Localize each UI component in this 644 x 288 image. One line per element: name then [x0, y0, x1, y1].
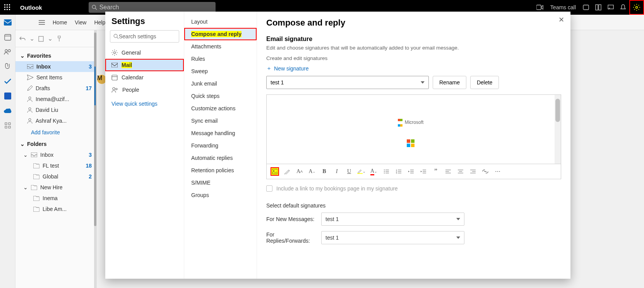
mail-opt-sweep[interactable]: Sweep — [184, 65, 257, 77]
app-launcher-icon[interactable] — [0, 0, 15, 15]
svg-point-46 — [384, 170, 385, 170]
bulleted-list-button[interactable] — [382, 167, 391, 176]
pen-icon[interactable] — [283, 167, 291, 176]
category-mail[interactable]: Mail — [105, 59, 184, 71]
bold-button[interactable]: B — [320, 167, 329, 176]
align-left-button[interactable] — [444, 167, 452, 176]
more-formatting-button[interactable]: ⋯ — [493, 167, 502, 176]
newhire-folder[interactable]: ⌄ New Hire — [15, 182, 96, 193]
rename-button[interactable]: Rename — [433, 76, 466, 89]
svg-rect-45 — [357, 173, 363, 174]
people-icon[interactable] — [3, 47, 12, 57]
search-placeholder: Search — [99, 4, 119, 11]
fltest-folder[interactable]: FL test 18 — [15, 160, 96, 171]
delete-button[interactable]: Delete — [470, 76, 499, 89]
category-people[interactable]: People — [105, 84, 184, 96]
hamburger-icon[interactable] — [39, 20, 45, 25]
mail-opt-smime[interactable]: S/MIME — [184, 177, 257, 189]
tips-icon[interactable] — [605, 0, 617, 15]
chevron-down-icon — [456, 218, 460, 220]
link-button[interactable] — [481, 167, 490, 176]
align-center-button[interactable] — [456, 167, 465, 176]
inema-folder[interactable]: Inema — [15, 193, 96, 204]
category-calendar[interactable]: Calendar — [105, 71, 184, 84]
app-name: Outlook — [15, 4, 48, 11]
mail-opt-junk[interactable]: Junk email — [184, 77, 257, 90]
close-button[interactable]: ✕ — [558, 15, 564, 24]
mail-opt-customize[interactable]: Customize actions — [184, 102, 257, 115]
checkbox[interactable] — [266, 185, 272, 192]
global-search[interactable]: Search — [89, 2, 216, 13]
undo-icon[interactable] — [19, 36, 26, 42]
settings-search[interactable]: Search settings — [110, 30, 179, 43]
mail-opt-layout[interactable]: Layout — [184, 15, 257, 28]
ribbon-tab-help[interactable]: Help — [94, 19, 105, 26]
mail-opt-quicksteps[interactable]: Quick steps — [184, 90, 257, 102]
inbox-folder[interactable]: ⌄ Inbox 3 — [15, 149, 96, 160]
mail-opt-retention[interactable]: Retention policies — [184, 164, 257, 177]
folders-header[interactable]: ⌄ Folders — [15, 139, 96, 149]
svg-text:3: 3 — [396, 172, 397, 174]
font-size-icon[interactable]: AA — [295, 167, 304, 176]
add-favorite-link[interactable]: Add favorite — [15, 126, 96, 139]
svg-rect-6 — [4, 9, 5, 10]
global-folder[interactable]: Global 2 — [15, 171, 96, 182]
signature-heading: Email signature — [266, 36, 561, 43]
mail-opt-msghandling[interactable]: Message handling — [184, 127, 257, 139]
signature-editor[interactable]: Microsoft — [266, 94, 561, 164]
mail-opt-attachments[interactable]: Attachments — [184, 40, 257, 53]
mail-opt-forwarding[interactable]: Forwarding — [184, 139, 257, 152]
bookings-checkbox-row[interactable]: Include a link to my bookings page in my… — [266, 185, 561, 192]
more-apps-icon[interactable] — [3, 121, 12, 130]
quote-button[interactable]: ” — [432, 167, 440, 176]
underline-button[interactable]: U — [345, 167, 353, 176]
mail-opt-sync[interactable]: Sync email — [184, 115, 257, 127]
category-general[interactable]: General — [105, 46, 184, 59]
mail-opt-groups[interactable]: Groups — [184, 189, 257, 201]
calendar-icon[interactable] — [3, 33, 12, 42]
meet-now-icon[interactable] — [580, 0, 592, 15]
editor-scrollbar[interactable] — [555, 95, 561, 164]
align-right-button[interactable] — [469, 167, 477, 176]
insert-image-button[interactable] — [271, 167, 279, 176]
font-color-button[interactable]: A⌄ — [370, 167, 378, 176]
font-size-decrease-icon[interactable]: A⌄ — [308, 167, 316, 176]
my-day-icon[interactable] — [592, 0, 605, 15]
signature-name-dropdown[interactable]: test 1 — [266, 76, 429, 89]
ribbon-tab-home[interactable]: Home — [53, 19, 67, 26]
todo-icon[interactable] — [3, 77, 12, 86]
notifications-icon[interactable] — [617, 0, 629, 15]
dropdown-icon[interactable]: ⌄ — [29, 35, 34, 42]
mail-opt-compose-reply[interactable]: Compose and reply — [184, 28, 257, 40]
person-favorite[interactable]: Inema@uzif... — [15, 94, 96, 105]
view-quick-settings-link[interactable]: View quick settings — [105, 96, 184, 111]
drafts-favorite[interactable]: Drafts 17 — [15, 83, 96, 94]
settings-gear-icon[interactable] — [629, 0, 644, 15]
default-reply-dropdown[interactable]: test 1 — [321, 231, 464, 244]
mail-opt-rules[interactable]: Rules — [184, 53, 257, 65]
person-favorite[interactable]: David Liu — [15, 105, 96, 115]
chevron-down-icon — [421, 81, 425, 84]
inbox-icon — [27, 64, 33, 69]
ribbon-tab-view[interactable]: View — [75, 19, 86, 26]
paste-icon[interactable] — [38, 36, 44, 42]
outdent-button[interactable] — [407, 167, 415, 176]
sent-items-favorite[interactable]: Sent Items — [15, 72, 96, 83]
inbox-favorite[interactable]: Inbox 3 — [15, 61, 96, 72]
mail-icon[interactable] — [3, 18, 12, 27]
format-painter-icon[interactable] — [57, 36, 62, 42]
indent-button[interactable] — [419, 167, 428, 176]
new-signature-link[interactable]: ＋ New signature — [266, 65, 561, 72]
libe-folder[interactable]: Libe Am... — [15, 204, 96, 214]
numbered-list-button[interactable]: 123 — [394, 167, 403, 176]
default-new-dropdown[interactable]: test 1 — [321, 213, 464, 226]
mail-opt-autoreply[interactable]: Automatic replies — [184, 152, 257, 164]
dropdown-icon[interactable]: ⌄ — [48, 35, 53, 42]
files-icon[interactable] — [3, 62, 12, 71]
word-icon[interactable] — [3, 91, 12, 101]
onedrive-icon[interactable] — [3, 106, 12, 115]
person-favorite[interactable]: Ashraf Kya... — [15, 115, 96, 126]
favorites-header[interactable]: ⌄ Favorites — [15, 50, 96, 61]
italic-button[interactable]: I — [332, 167, 341, 176]
highlight-button[interactable]: ⌄ — [357, 167, 366, 176]
